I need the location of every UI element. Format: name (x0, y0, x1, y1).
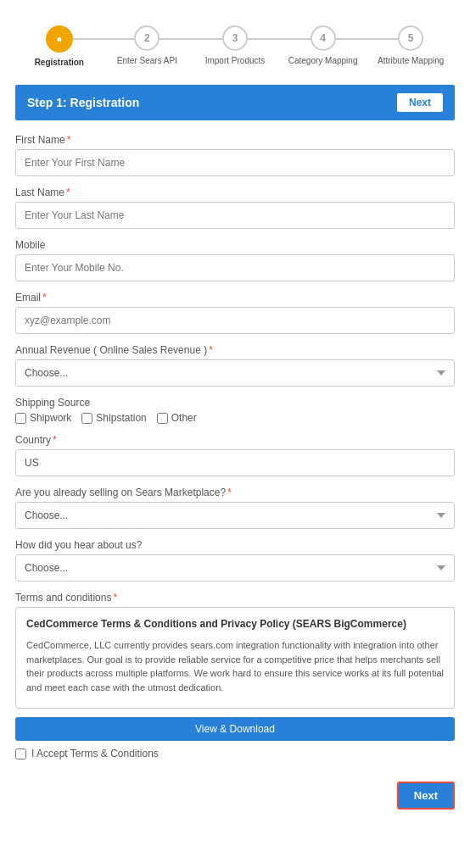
how-hear-group: How did you hear about us? Choose... Goo… (15, 539, 455, 581)
shipping-source-label: Shipping Source (15, 397, 455, 409)
step-header: Step 1: Registration Next (15, 85, 455, 120)
next-button-header[interactable]: Next (397, 93, 443, 112)
accept-terms-label: I Accept Terms & Conditions (31, 748, 159, 760)
step-registration: ● Registration (15, 25, 104, 68)
step-circle-4: 4 (311, 25, 336, 51)
step-circle-2: 2 (134, 25, 159, 51)
step-label-3: Import Products (205, 55, 266, 66)
accept-row: I Accept Terms & Conditions (15, 748, 455, 760)
other-checkbox-item[interactable]: Other (157, 412, 197, 424)
step-import-products: 3 Import Products (191, 25, 279, 66)
first-name-input[interactable] (15, 149, 455, 176)
next-button-footer[interactable]: Next (397, 782, 455, 810)
email-group: Email* (15, 292, 455, 334)
registration-form: First Name* Last Name* Mobile Email* (15, 134, 455, 810)
shipping-checkboxes: Shipwork Shipstation Other (15, 412, 455, 424)
selling-sears-label: Are you already selling on Sears Marketp… (15, 487, 455, 498)
annual-revenue-label: Annual Revenue ( Online Sales Revenue )* (15, 344, 455, 356)
step-label-2: Enter Sears API (117, 55, 177, 66)
terms-label: Terms and conditions* (15, 592, 455, 604)
last-name-label: Last Name* (15, 186, 455, 198)
selling-sears-group: Are you already selling on Sears Marketp… (15, 487, 455, 529)
shipwork-checkbox-item[interactable]: Shipwork (15, 412, 71, 424)
selling-sears-select[interactable]: Choose... Yes No (15, 502, 455, 529)
how-hear-select[interactable]: Choose... Google Social Media Email Othe… (15, 554, 455, 581)
step-label-5: Attribute Mapping (378, 55, 444, 66)
mobile-group: Mobile (15, 239, 455, 281)
step-label-1: Registration (35, 57, 84, 68)
email-label: Email* (15, 292, 455, 303)
last-name-group: Last Name* (15, 186, 455, 229)
shipwork-checkbox[interactable] (15, 413, 26, 424)
shipping-source-group: Shipping Source Shipwork Shipstation Oth… (15, 397, 455, 424)
step-circle-1: ● (46, 25, 73, 53)
step-label-4: Category Mapping (288, 55, 358, 66)
step-circle-5: 5 (398, 25, 423, 51)
last-name-input[interactable] (15, 202, 455, 229)
first-name-group: First Name* (15, 134, 455, 176)
email-input[interactable] (15, 307, 455, 334)
terms-title: CedCommerce Terms & Conditions and Priva… (26, 616, 444, 632)
step-header-label: Step 1: Registration (27, 96, 139, 109)
accept-terms-checkbox[interactable] (15, 748, 26, 760)
terms-group: Terms and conditions* CedCommerce Terms … (15, 592, 455, 771)
footer-next-row: Next (15, 782, 455, 810)
country-input[interactable] (15, 449, 455, 476)
step-circle-3: 3 (222, 25, 248, 51)
other-checkbox[interactable] (157, 413, 168, 424)
mobile-label: Mobile (15, 239, 455, 251)
other-label: Other (171, 412, 197, 424)
terms-box[interactable]: CedCommerce Terms & Conditions and Priva… (15, 607, 455, 709)
stepper: ● Registration 2 Enter Sears API 3 Impor… (15, 17, 455, 85)
shipwork-label: Shipwork (30, 412, 71, 424)
country-group: Country* (15, 434, 455, 476)
annual-revenue-select[interactable]: Choose... Less than $50,000 $50,000 - $1… (15, 359, 455, 387)
mobile-input[interactable] (15, 254, 455, 281)
shipstation-checkbox[interactable] (81, 413, 92, 424)
step-category-mapping: 4 Category Mapping (279, 25, 367, 66)
step-attribute-mapping: 5 Attribute Mapping (366, 25, 455, 66)
step-enter-sears-api: 2 Enter Sears API (104, 25, 192, 66)
shipstation-label: Shipstation (96, 412, 146, 424)
country-label: Country* (15, 434, 455, 446)
how-hear-label: How did you hear about us? (15, 539, 455, 551)
first-name-label: First Name* (15, 134, 455, 146)
terms-content: CedCommerce, LLC currently provides sear… (26, 638, 444, 694)
annual-revenue-group: Annual Revenue ( Online Sales Revenue )*… (15, 344, 455, 387)
view-download-button[interactable]: View & Download (15, 717, 455, 741)
shipstation-checkbox-item[interactable]: Shipstation (81, 412, 146, 424)
